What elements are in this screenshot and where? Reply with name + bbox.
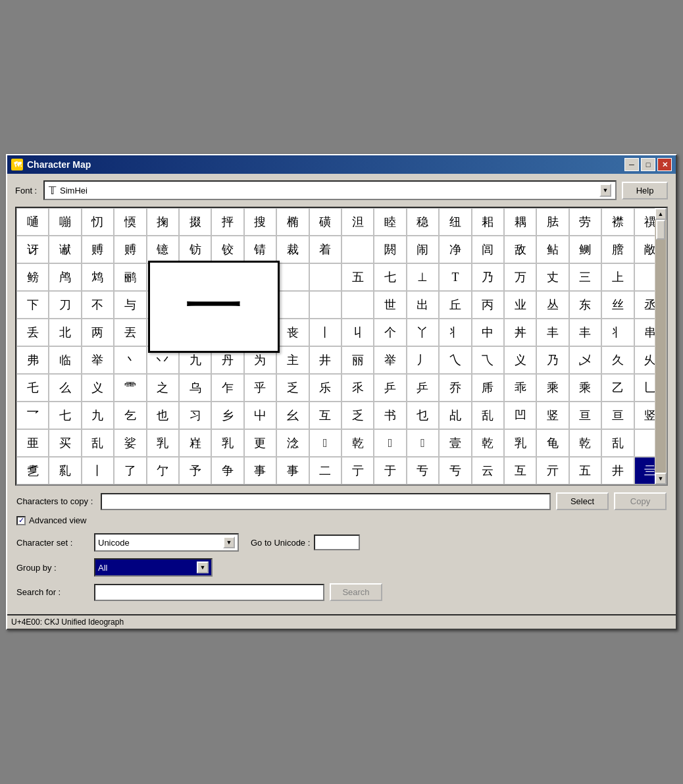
- char-cell[interactable]: 更: [244, 429, 276, 457]
- char-cell[interactable]: 北: [49, 319, 81, 346]
- char-cell[interactable]: 亐: [407, 457, 439, 484]
- char-cell[interactable]: 嵀: [179, 429, 211, 457]
- char-cell[interactable]: [276, 291, 309, 319]
- char-cell[interactable]: 掇: [179, 208, 211, 236]
- char-cell[interactable]: 襟: [601, 208, 634, 236]
- char-cell[interactable]: 乛: [16, 402, 49, 429]
- char-cell[interactable]: 亓: [536, 457, 569, 484]
- char-cell[interactable]: 乃: [472, 263, 504, 291]
- char-cell[interactable]: 稳: [407, 208, 439, 236]
- select-button[interactable]: Select: [556, 492, 609, 510]
- group-by-dropdown[interactable]: All ▼: [94, 558, 213, 577]
- char-cell[interactable]: 锖: [244, 236, 276, 263]
- char-cell[interactable]: 乎: [244, 374, 276, 402]
- goto-unicode-input[interactable]: [314, 535, 360, 550]
- char-cell[interactable]: 乕: [472, 374, 504, 402]
- char-cell[interactable]: 云: [472, 457, 504, 484]
- close-button[interactable]: ✕: [657, 158, 672, 171]
- char-cell[interactable]: 井: [309, 346, 342, 374]
- char-cell[interactable]: 与: [114, 291, 146, 319]
- help-button[interactable]: Help: [622, 182, 668, 199]
- char-cell[interactable]: 乩: [439, 402, 471, 429]
- char-cell[interactable]: 乑: [342, 374, 374, 402]
- char-cell[interactable]: 亘: [601, 402, 634, 429]
- char-cell[interactable]: 买: [49, 429, 81, 457]
- char-cell[interactable]: 乱: [472, 402, 504, 429]
- char-cell[interactable]: 于: [374, 457, 406, 484]
- char-cell[interactable]: 丫: [407, 319, 439, 346]
- char-cell[interactable]: 娑: [114, 429, 146, 457]
- char-cell[interactable]: 丰: [536, 319, 569, 346]
- char-cell[interactable]: 丶: [114, 346, 146, 374]
- char-cell[interactable]: 椭: [276, 208, 309, 236]
- scroll-up-button[interactable]: ▲: [655, 208, 667, 220]
- char-cell[interactable]: 钫: [179, 236, 211, 263]
- char-cell[interactable]: 丰: [569, 319, 601, 346]
- scroll-thumb[interactable]: [656, 220, 665, 240]
- char-cell[interactable]: 三: [569, 263, 601, 291]
- char-cell[interactable]: [342, 291, 374, 319]
- char-cell[interactable]: 凹: [504, 402, 536, 429]
- char-cell[interactable]: T: [439, 263, 471, 291]
- char-cell[interactable]: 事: [276, 457, 309, 484]
- char-cell[interactable]: 𠀁: [374, 429, 406, 457]
- char-cell[interactable]: 耜: [472, 208, 504, 236]
- char-cell[interactable]: 万: [504, 263, 536, 291]
- char-cell[interactable]: 举: [374, 346, 406, 374]
- chars-to-copy-input[interactable]: [101, 493, 551, 510]
- char-cell[interactable]: 七: [374, 263, 406, 291]
- char-cell[interactable]: 九: [82, 402, 114, 429]
- char-cell[interactable]: 乙: [601, 374, 634, 402]
- char-cell[interactable]: 亇: [147, 457, 179, 484]
- char-cell[interactable]: 净: [439, 236, 471, 263]
- char-cell[interactable]: 弗: [16, 346, 49, 374]
- char-cell[interactable]: 閼: [374, 236, 406, 263]
- char-cell[interactable]: 乏: [276, 374, 309, 402]
- char-cell[interactable]: 不: [82, 291, 114, 319]
- char-cell[interactable]: 乔: [439, 374, 471, 402]
- char-cell[interactable]: 鳑: [16, 263, 49, 291]
- char-cell[interactable]: 业: [504, 291, 536, 319]
- char-cell[interactable]: 五: [342, 263, 374, 291]
- char-cell[interactable]: 劳: [569, 208, 601, 236]
- char-cell[interactable]: 乞: [114, 402, 146, 429]
- char-cell[interactable]: 闾: [472, 236, 504, 263]
- char-cell[interactable]: 两: [82, 319, 114, 346]
- char-cell[interactable]: 丙: [472, 291, 504, 319]
- char-cell[interactable]: 下: [16, 291, 49, 319]
- char-cell[interactable]: 鸩: [82, 263, 114, 291]
- char-cell[interactable]: [309, 291, 342, 319]
- char-cell[interactable]: 举: [82, 346, 114, 374]
- restore-button[interactable]: □: [641, 158, 655, 171]
- char-cell[interactable]: 屮: [244, 402, 276, 429]
- char-cell[interactable]: 亐: [439, 457, 471, 484]
- char-cell[interactable]: 乘: [569, 374, 601, 402]
- char-cell[interactable]: 乘: [536, 374, 569, 402]
- char-cell[interactable]: 丬: [439, 319, 471, 346]
- search-button[interactable]: Search: [330, 583, 382, 601]
- char-cell[interactable]: 鲗: [569, 236, 601, 263]
- char-cell[interactable]: 丝: [601, 291, 634, 319]
- char-cell[interactable]: 谳: [49, 236, 81, 263]
- char-cell[interactable]: 𠀂: [407, 429, 439, 457]
- search-input[interactable]: [94, 584, 324, 601]
- char-cell[interactable]: 主: [276, 346, 309, 374]
- minimize-button[interactable]: ─: [624, 158, 639, 171]
- char-cell[interactable]: 丿: [407, 346, 439, 374]
- char-cell[interactable]: 亘: [569, 402, 601, 429]
- char-cell[interactable]: 乡: [211, 402, 243, 429]
- char-cell[interactable]: 铰: [211, 236, 243, 263]
- char-cell[interactable]: 习: [179, 402, 211, 429]
- char-cell[interactable]: 丘: [439, 291, 471, 319]
- char-cell[interactable]: 出: [407, 291, 439, 319]
- char-cell[interactable]: 丬: [601, 319, 634, 346]
- char-cell[interactable]: 乄: [569, 346, 601, 374]
- char-cell[interactable]: 壹: [439, 429, 471, 457]
- group-by-arrow[interactable]: ▼: [197, 562, 209, 573]
- char-cell[interactable]: 么: [49, 374, 81, 402]
- scrollbar[interactable]: ▲ ▼: [655, 208, 667, 484]
- char-cell[interactable]: 乐: [309, 374, 342, 402]
- char-cell[interactable]: 𠀀: [309, 429, 342, 457]
- char-cell[interactable]: 赙: [114, 236, 146, 263]
- char-cell[interactable]: 乃: [536, 346, 569, 374]
